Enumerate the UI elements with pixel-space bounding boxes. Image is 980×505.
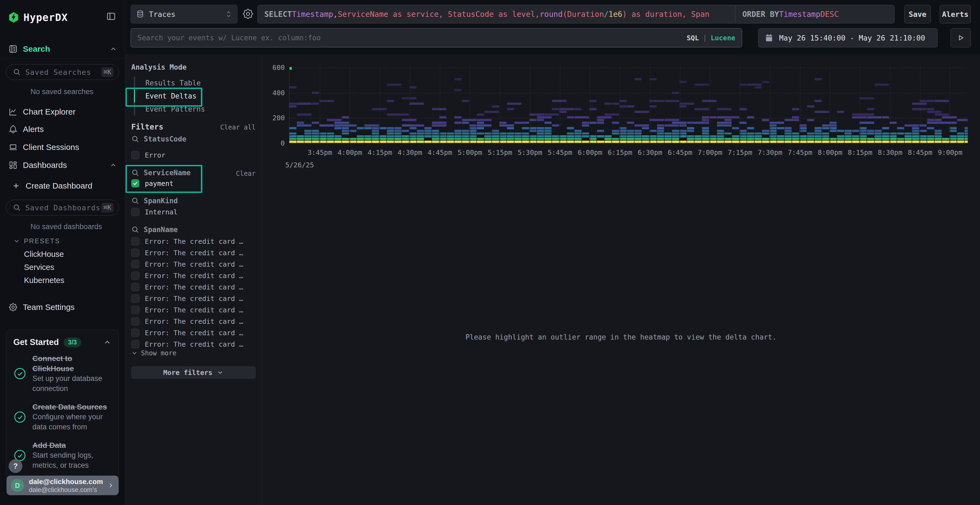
duration-heatmap-canvas[interactable] [290, 67, 968, 145]
chart-line-icon [8, 107, 18, 117]
checkbox-unchecked[interactable] [131, 272, 139, 280]
sql-select-editor[interactable]: SELECT Timestamp, ServiceName as service… [258, 5, 738, 24]
time-range-picker[interactable]: May 26 15:40:00 - May 26 21:10:00 [758, 28, 937, 48]
hyperdx-logo-icon [8, 11, 20, 24]
filter-option-error[interactable]: Error [131, 150, 165, 160]
show-more-label: Show more [141, 349, 177, 357]
dashboard-grid-icon [8, 160, 18, 170]
sidebar-item-search[interactable]: Search [0, 42, 125, 56]
user-menu[interactable]: D dale@clickhouse.com dale@clickhouse.co… [6, 476, 119, 495]
clear-link[interactable]: Clear [236, 170, 256, 178]
filter-option-spanname[interactable]: Error: The credit card … [131, 237, 243, 246]
filter-group-spanname[interactable]: SpanName [131, 226, 178, 234]
x-tick-label: 3:45pm [308, 149, 332, 156]
order-by-editor[interactable]: ORDER BY Timestamp DESC [735, 5, 894, 24]
main-area: Traces SELECT Timestamp, ServiceName as … [125, 0, 980, 505]
filter-option-spanname[interactable]: Error: The credit card … [131, 316, 243, 326]
filter-option-label: Error: The credit card … [145, 295, 243, 303]
preset-dashboard-kubernetes[interactable]: Kubernetes [24, 274, 116, 286]
save-button[interactable]: Save [904, 5, 931, 24]
database-icon [136, 10, 145, 19]
sql-expr: (Duration [563, 10, 604, 19]
preset-dashboard-services[interactable]: Services [24, 261, 116, 273]
analysis-mode-option[interactable]: Event Patterns [134, 103, 254, 116]
language-toggle-lucene[interactable]: Lucene [711, 34, 735, 42]
x-tick-label: 8:15pm [848, 149, 872, 156]
sidebar-item-dashboards[interactable]: Dashboards [0, 158, 125, 172]
get-started-card: Get Started 3/3 Connect to ClickHouse Se… [6, 330, 119, 481]
checklist-item[interactable]: Create Data Sources Configure where your… [13, 402, 111, 432]
checkbox-unchecked[interactable] [131, 306, 139, 314]
filter-option-spanname[interactable]: Error: The credit card … [131, 328, 243, 338]
filter-option-spanname[interactable]: Error: The credit card … [131, 259, 243, 269]
source-select[interactable]: Traces [130, 5, 237, 24]
filter-option-label: payment [145, 179, 173, 187]
sidebar-divider [0, 58, 125, 59]
sidebar-item-chart-explorer[interactable]: Chart Explorer [0, 105, 125, 119]
help-button[interactable]: ? [9, 459, 22, 473]
alerts-button[interactable]: Alerts [940, 5, 971, 24]
y-tick-label: 400 [262, 89, 285, 97]
no-saved-dashboards-text: No saved dashboards [30, 222, 118, 231]
event-search-input[interactable]: Search your events w/ Lucene ex. column:… [130, 28, 742, 48]
filter-option-spanname[interactable]: Error: The credit card … [131, 339, 243, 349]
bell-icon [8, 124, 18, 134]
filter-option-payment[interactable]: payment [131, 178, 173, 188]
checkbox-unchecked[interactable] [131, 340, 139, 348]
clear-all-link[interactable]: Clear all [220, 124, 256, 131]
calendar-icon [764, 33, 774, 43]
sidebar-collapse-icon[interactable] [106, 11, 116, 22]
filter-group-servicename[interactable]: ServiceName [131, 169, 191, 177]
language-toggle-sql[interactable]: SQL [687, 34, 699, 42]
run-query-button[interactable] [951, 28, 971, 48]
checkbox-unchecked[interactable] [131, 208, 139, 216]
chevron-up-icon[interactable] [103, 338, 111, 346]
sql-field: Timestamp [292, 10, 333, 19]
presets-label: PRESETS [24, 237, 60, 245]
x-tick-label: 6:00pm [578, 149, 602, 156]
filter-option-spanname[interactable]: Error: The credit card … [131, 305, 243, 315]
saved-searches-input[interactable]: Saved Searches ⌘K [6, 64, 119, 80]
checkbox-unchecked[interactable] [131, 249, 139, 257]
checkbox-unchecked[interactable] [131, 329, 139, 337]
checkbox-checked[interactable] [131, 179, 139, 187]
source-settings-gear-icon[interactable] [242, 8, 254, 20]
sql-operator: / [604, 10, 608, 19]
filter-option-spanname[interactable]: Error: The credit card … [131, 271, 243, 281]
search-icon [131, 135, 139, 143]
checkbox-unchecked[interactable] [131, 283, 139, 291]
y-tick-label: 600 [262, 64, 285, 72]
checklist-item[interactable]: Add Data Start sending logs, metrics, or… [13, 440, 111, 470]
saved-dashboards-input[interactable]: Saved Dashboards ⌘K [6, 200, 119, 216]
y-tick-label: 200 [262, 114, 285, 122]
analysis-mode-option[interactable]: Event Deltas [134, 89, 254, 103]
sidebar-item-label: Dashboards [23, 160, 67, 170]
preset-dashboard-clickhouse[interactable]: ClickHouse [24, 248, 116, 260]
progress-badge: 3/3 [64, 337, 81, 348]
checkbox-unchecked[interactable] [131, 317, 139, 326]
sidebar-item-team-settings[interactable]: Team Settings [0, 300, 125, 314]
filter-group-statuscode[interactable]: StatusCode [131, 135, 186, 143]
filter-option-spanname[interactable]: Error: The credit card … [131, 282, 243, 292]
search-icon [131, 197, 139, 205]
checklist-item[interactable]: Connect to ClickHouse Set up your databa… [13, 353, 111, 394]
filter-option-spanname[interactable]: Error: The credit card … [131, 294, 243, 303]
presets-toggle[interactable]: PRESETS [13, 237, 138, 245]
create-dashboard-button[interactable]: Create Dashboard [12, 179, 137, 192]
checkbox-unchecked[interactable] [131, 237, 139, 245]
checkbox-unchecked[interactable] [131, 151, 139, 159]
check-circle-icon [13, 411, 26, 424]
checkbox-unchecked[interactable] [131, 294, 139, 303]
more-filters-button[interactable]: More filters [131, 366, 256, 379]
filter-group-spankind[interactable]: SpanKind [131, 197, 178, 205]
analysis-mode-label: Event Patterns [145, 105, 205, 113]
sidebar-item-alerts[interactable]: Alerts [0, 122, 125, 136]
analysis-mode-option[interactable]: Results Table [134, 76, 254, 89]
sidebar-item-client-sessions[interactable]: Client Sessions [0, 140, 125, 154]
chevron-down-icon [131, 350, 138, 356]
show-more-toggle[interactable]: Show more [131, 349, 177, 357]
checkbox-unchecked[interactable] [131, 260, 139, 268]
filter-option-spanname[interactable]: Error: The credit card … [131, 248, 243, 258]
filter-option-label: Error: The credit card … [145, 329, 243, 337]
filter-option-internal[interactable]: Internal [131, 207, 178, 217]
